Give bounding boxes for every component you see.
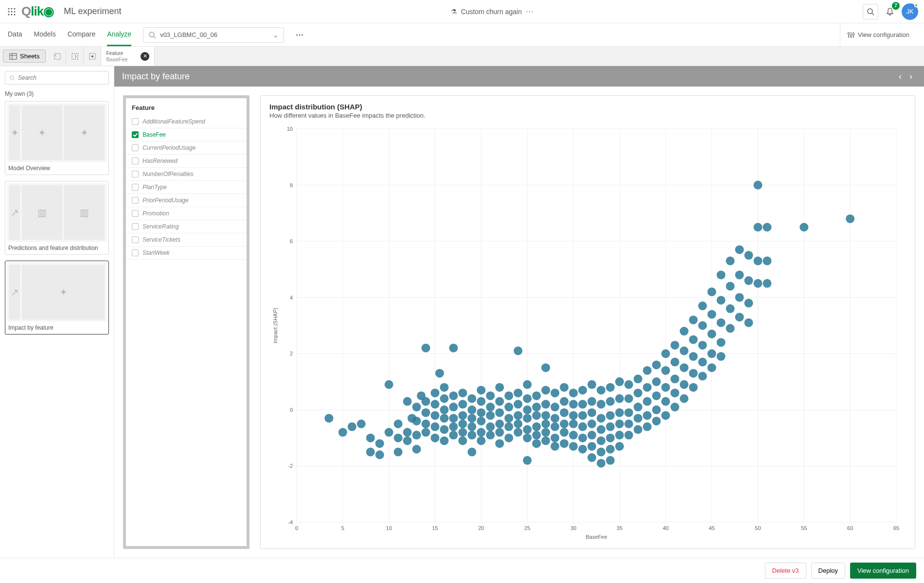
delete-button[interactable]: Delete v3 [765,563,806,579]
step-back-icon[interactable] [66,47,84,66]
feature-item[interactable]: ServiceRating [126,220,247,233]
svg-point-220 [606,445,615,454]
svg-point-213 [597,448,605,457]
tab-data[interactable]: Data [8,23,22,46]
tab-models[interactable]: Models [34,23,56,46]
svg-point-274 [708,310,716,318]
feature-item[interactable]: PlanType [126,181,247,194]
prev-sheet-icon[interactable]: ‹ [895,71,906,82]
checkbox[interactable] [132,118,139,125]
notifications-icon[interactable]: 7 [882,4,898,19]
svg-point-172 [541,400,550,408]
checkbox[interactable] [132,210,139,217]
tab-compare[interactable]: Compare [68,23,96,46]
more-icon[interactable]: ⋯ [296,30,303,39]
svg-point-203 [587,408,596,417]
svg-point-190 [569,400,578,408]
svg-point-292 [744,276,753,285]
tab-analyze[interactable]: Analyze [107,23,131,46]
svg-point-9 [868,9,872,14]
svg-point-113 [449,403,458,411]
close-icon[interactable]: ✕ [141,52,149,61]
model-select[interactable]: v03_LGBMC_00_06 ⌄ [143,27,284,43]
step-forward-icon[interactable] [84,47,101,66]
svg-point-199 [578,434,587,442]
svg-point-294 [744,318,753,327]
feature-item[interactable]: PriorPeriodUsage [126,194,247,207]
next-sheet-icon[interactable]: › [906,71,916,82]
svg-point-152 [514,389,522,397]
search-input[interactable] [5,71,109,85]
svg-point-148 [504,414,513,423]
svg-point-248 [661,349,670,358]
svg-point-79 [375,439,384,448]
checkbox[interactable] [132,249,139,256]
svg-point-192 [569,420,578,428]
feature-item[interactable]: BaseFee [126,128,247,141]
svg-point-233 [634,374,642,383]
clear-selections-icon[interactable] [49,47,66,66]
svg-point-296 [753,223,762,231]
svg-text:60: 60 [847,525,853,531]
svg-point-99 [431,389,440,397]
svg-point-239 [643,383,652,392]
svg-point-89 [412,403,421,411]
svg-point-197 [578,411,587,420]
checkbox[interactable] [132,197,139,204]
svg-point-215 [606,383,615,392]
svg-text:4: 4 [290,295,293,300]
checkbox[interactable] [132,223,139,230]
svg-point-266 [689,369,698,378]
sheets-button[interactable]: Sheets [3,50,46,63]
svg-point-156 [514,428,522,437]
checkbox[interactable] [132,131,139,138]
feature-chip[interactable]: Feature BaseFee ✕ [101,47,155,66]
svg-point-139 [486,431,495,440]
search-icon[interactable] [863,4,878,19]
avatar[interactable]: JK [902,3,918,20]
experiment-name[interactable]: ⚗ Custom churn again [451,8,522,16]
deploy-button[interactable]: Deploy [811,563,845,579]
svg-point-180 [551,423,559,431]
svg-text:35: 35 [617,525,622,531]
app-launcher-icon[interactable] [6,6,18,18]
checkbox[interactable] [132,158,139,164]
sheet-card[interactable]: ↗✦Impact by feature [5,261,109,335]
checkbox[interactable] [132,144,139,151]
svg-point-299 [763,223,771,231]
svg-point-105 [440,383,449,392]
sheet-card[interactable]: ↗▥▥Predictions and feature distribution [5,181,109,255]
feature-item[interactable]: ServiceTickets [126,233,247,247]
checkbox[interactable] [132,236,139,243]
svg-point-162 [523,434,532,442]
feature-item[interactable]: StartWeek [126,247,247,260]
feature-item[interactable]: AdditionalFeatureSpend [126,115,247,128]
sheet-card[interactable]: ✦✦✦Model Overview [5,101,109,175]
svg-point-72 [324,414,333,423]
svg-point-109 [440,425,449,434]
svg-point-104 [435,369,444,378]
checkbox[interactable] [132,171,139,177]
svg-point-202 [587,397,596,406]
svg-point-76 [366,434,375,442]
view-configuration-link[interactable]: View configuration [840,23,916,46]
checkbox[interactable] [132,184,139,191]
feature-item[interactable]: Promotion [126,207,247,220]
svg-point-285 [726,304,735,313]
svg-point-193 [569,431,578,440]
svg-point-249 [661,366,670,375]
feature-item[interactable]: CurrentPeriodUsage [126,141,247,155]
svg-point-250 [661,383,670,392]
svg-point-298 [753,279,762,288]
feature-item[interactable]: NumberOfPenalties [126,168,247,181]
more-icon[interactable]: ⋯ [526,7,533,16]
svg-text:15: 15 [432,525,438,531]
view-configuration-button[interactable]: View configuration [850,563,916,579]
svg-point-211 [597,425,605,434]
svg-point-90 [412,417,421,425]
chart-subtitle: How different values in BaseFee impacts … [269,112,906,119]
feature-item[interactable]: HasRenewed [126,155,247,168]
svg-point-96 [422,408,430,417]
svg-point-129 [477,386,485,394]
scatter-chart[interactable]: 05101520253035404550556065-4-20246810Bas… [269,124,906,542]
